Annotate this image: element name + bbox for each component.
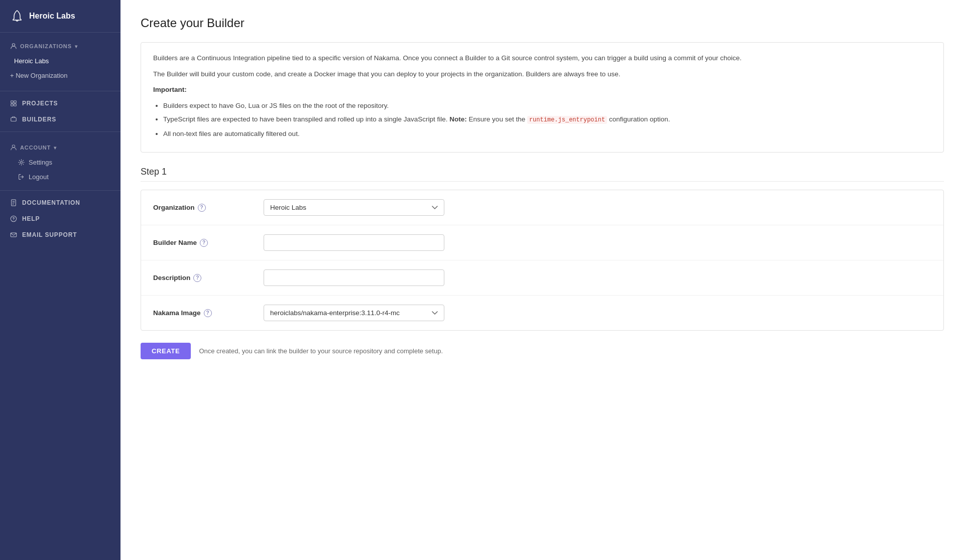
organizations-title[interactable]: ORGANIZATIONS ▾ bbox=[0, 41, 120, 54]
svg-point-0 bbox=[12, 44, 15, 46]
nakama-image-help-icon[interactable]: ? bbox=[204, 309, 212, 317]
svg-rect-1 bbox=[11, 101, 13, 103]
sidebar-item-settings[interactable]: Settings bbox=[0, 155, 120, 170]
create-button[interactable]: CREATE bbox=[141, 343, 191, 359]
sidebar-item-email-support[interactable]: EMAIL SUPPORT bbox=[0, 227, 120, 243]
sidebar-item-builders[interactable]: BUILDERS bbox=[0, 111, 120, 127]
nakama-image-label: Nakama Image ? bbox=[153, 309, 264, 317]
documentation-icon bbox=[10, 199, 17, 206]
form-row-builder-name: Builder Name ? bbox=[141, 225, 943, 260]
page-title: Create your Builder bbox=[141, 16, 944, 30]
sidebar-item-heroic-labs[interactable]: Heroic Labs bbox=[0, 54, 120, 68]
nakama-image-control: heroiclabs/nakama-enterprise:3.11.0-r4-m… bbox=[264, 305, 444, 321]
logo-text: Heroic Labs bbox=[29, 12, 75, 21]
help-icon bbox=[10, 215, 17, 222]
bullet2-code: runtime.js_entrypoint bbox=[527, 116, 607, 124]
form-row-organization: Organization ? Heroic Labs bbox=[141, 190, 943, 225]
sidebar-item-projects[interactable]: PROJECTS bbox=[0, 95, 120, 111]
organizations-section: ORGANIZATIONS ▾ Heroic Labs + New Organi… bbox=[0, 33, 120, 87]
chevron-down-icon: ▾ bbox=[75, 44, 78, 49]
svg-rect-5 bbox=[11, 118, 17, 121]
settings-icon bbox=[18, 159, 25, 166]
info-bullet-1: Builders expect to have Go, Lua or JS fi… bbox=[163, 100, 931, 111]
info-list: Builders expect to have Go, Lua or JS fi… bbox=[153, 100, 931, 139]
description-input[interactable] bbox=[264, 269, 444, 286]
builder-name-control bbox=[264, 234, 444, 251]
sidebar: Heroic Labs ORGANIZATIONS ▾ Heroic Labs … bbox=[0, 0, 120, 560]
account-chevron-icon: ▾ bbox=[54, 145, 57, 151]
description-label: Description ? bbox=[153, 274, 264, 282]
description-control bbox=[264, 269, 444, 286]
account-icon bbox=[10, 144, 17, 151]
builder-name-help-icon[interactable]: ? bbox=[200, 239, 208, 247]
logout-icon bbox=[18, 174, 25, 180]
form-row-nakama-image: Nakama Image ? heroiclabs/nakama-enterpr… bbox=[141, 296, 943, 330]
important-label: Important: bbox=[153, 86, 187, 93]
builders-icon bbox=[10, 116, 17, 123]
form-row-description: Description ? bbox=[141, 260, 943, 296]
svg-rect-4 bbox=[14, 104, 16, 106]
sidebar-item-new-org[interactable]: + New Organization bbox=[0, 68, 120, 83]
org-control: Heroic Labs bbox=[264, 199, 444, 216]
sidebar-item-help[interactable]: HELP bbox=[0, 211, 120, 227]
info-bullet-2: TypeScript files are expected to have be… bbox=[163, 114, 931, 125]
organization-select[interactable]: Heroic Labs bbox=[264, 199, 444, 216]
account-title[interactable]: ACCOUNT ▾ bbox=[0, 142, 120, 155]
info-description-1: Builders are a Continuous Integration pi… bbox=[153, 53, 931, 64]
sidebar-item-documentation[interactable]: DOCUMENTATION bbox=[0, 195, 120, 211]
svg-point-7 bbox=[20, 161, 22, 163]
form-box: Organization ? Heroic Labs Builder Name … bbox=[141, 190, 944, 331]
account-section: ACCOUNT ▾ Settings Logout bbox=[0, 136, 120, 186]
create-hint: Once created, you can link the builder t… bbox=[199, 347, 443, 355]
svg-rect-3 bbox=[11, 104, 13, 106]
main-content: Create your Builder Builders are a Conti… bbox=[120, 0, 964, 560]
bullet2-note: Note: bbox=[449, 115, 467, 123]
step-1-title: Step 1 bbox=[141, 167, 944, 182]
org-help-icon[interactable]: ? bbox=[198, 204, 206, 212]
svg-rect-2 bbox=[14, 101, 16, 103]
builder-name-input[interactable] bbox=[264, 234, 444, 251]
divider-1 bbox=[0, 91, 120, 91]
sidebar-logo[interactable]: Heroic Labs bbox=[0, 0, 120, 33]
divider-3 bbox=[0, 190, 120, 191]
info-bullet-3: All non-text files are automatically fil… bbox=[163, 128, 931, 139]
org-icon bbox=[10, 43, 17, 50]
svg-point-6 bbox=[12, 145, 15, 148]
bullet2-pre: TypeScript files are expected to have be… bbox=[163, 115, 449, 123]
sidebar-item-logout[interactable]: Logout bbox=[0, 170, 120, 184]
projects-icon bbox=[10, 100, 17, 107]
bullet2-post: configuration option. bbox=[607, 115, 670, 123]
bell-icon bbox=[10, 9, 24, 23]
email-icon bbox=[10, 231, 17, 238]
info-description-2: The Builder will build your custom code,… bbox=[153, 69, 931, 80]
bullet2-mid: Ensure you set the bbox=[467, 115, 527, 123]
create-area: CREATE Once created, you can link the bu… bbox=[141, 343, 944, 359]
org-label: Organization ? bbox=[153, 204, 264, 212]
divider-2 bbox=[0, 131, 120, 132]
description-help-icon[interactable]: ? bbox=[193, 274, 201, 282]
svg-point-10 bbox=[14, 220, 14, 220]
nakama-image-select[interactable]: heroiclabs/nakama-enterprise:3.11.0-r4-m… bbox=[264, 305, 444, 321]
builder-name-label: Builder Name ? bbox=[153, 239, 264, 247]
info-box: Builders are a Continuous Integration pi… bbox=[141, 42, 944, 153]
